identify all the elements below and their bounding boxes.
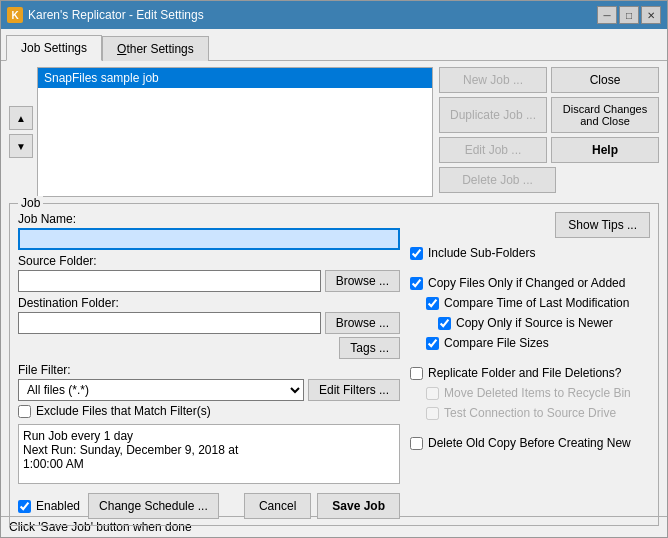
browse-dest-button[interactable]: Browse ...	[325, 312, 400, 334]
tab-other-settings-label: Other Settings	[117, 42, 194, 56]
tab-job-settings[interactable]: Job Settings	[6, 35, 102, 61]
compare-sizes-checkbox[interactable]	[426, 337, 439, 350]
compare-sizes-row: Compare File Sizes	[426, 336, 650, 350]
compare-time-label: Compare Time of Last Modification	[444, 296, 629, 310]
job-fieldset: Job Job Name: Source Folder: Browse ...	[9, 203, 659, 526]
main-window: K Karen's Replicator - Edit Settings ─ □…	[0, 0, 668, 538]
cancel-button[interactable]: Cancel	[244, 493, 311, 519]
maximize-button[interactable]: □	[619, 6, 639, 24]
copy-if-changed-row: Copy Files Only if Changed or Added	[410, 276, 650, 290]
dest-folder-label: Destination Folder:	[18, 296, 400, 310]
show-tips-button[interactable]: Show Tips ...	[555, 212, 650, 238]
title-bar-left: K Karen's Replicator - Edit Settings	[7, 7, 204, 23]
compare-time-row: Compare Time of Last Modification	[426, 296, 650, 310]
copy-if-newer-label: Copy Only if Source is Newer	[456, 316, 613, 330]
move-to-recycle-label: Move Deleted Items to Recycle Bin	[444, 386, 631, 400]
schedule-area: Run Job every 1 dayNext Run: Sunday, Dec…	[18, 424, 400, 484]
copy-if-newer-checkbox[interactable]	[438, 317, 451, 330]
delete-old-copy-row: Delete Old Copy Before Creating New	[410, 436, 650, 450]
copy-if-changed-label: Copy Files Only if Changed or Added	[428, 276, 625, 290]
job-name-label: Job Name:	[18, 212, 400, 226]
replicate-deletions-label: Replicate Folder and File Deletions?	[428, 366, 621, 380]
browse-source-button[interactable]: Browse ...	[325, 270, 400, 292]
tags-button[interactable]: Tags ...	[339, 337, 400, 359]
job-left: Job Name: Source Folder: Browse ... Dest	[18, 212, 400, 519]
enabled-label: Enabled	[36, 499, 80, 513]
delete-job-button[interactable]: Delete Job ...	[439, 167, 556, 193]
top-section: ▲ ▼ SnapFiles sample job New Job ... Clo…	[9, 67, 659, 197]
source-folder-input[interactable]	[18, 270, 321, 292]
tab-job-settings-label: Job Settings	[21, 41, 87, 55]
enabled-checkbox[interactable]	[18, 500, 31, 513]
schedule-text: Run Job every 1 dayNext Run: Sunday, Dec…	[23, 429, 238, 471]
test-connection-label: Test Connection to Source Drive	[444, 406, 616, 420]
source-folder-label: Source Folder:	[18, 254, 400, 268]
copy-if-newer-row: Copy Only if Source is Newer	[438, 316, 650, 330]
include-subfolders-row: Include Sub-Folders	[410, 246, 650, 260]
move-down-button[interactable]: ▼	[9, 134, 33, 158]
title-bar: K Karen's Replicator - Edit Settings ─ □…	[1, 1, 667, 29]
new-job-button[interactable]: New Job ...	[439, 67, 547, 93]
edit-filters-button[interactable]: Edit Filters ...	[308, 379, 400, 401]
exclude-filter-row: Exclude Files that Match Filter(s)	[18, 404, 400, 418]
delete-old-copy-label: Delete Old Copy Before Creating New	[428, 436, 631, 450]
tab-bar: Job Settings Other Settings	[1, 29, 667, 61]
file-filter-select[interactable]: All files (*.*)	[18, 379, 304, 401]
exclude-filter-checkbox[interactable]	[18, 405, 31, 418]
edit-job-button[interactable]: Edit Job ...	[439, 137, 547, 163]
job-right: Show Tips ... Include Sub-Folders Copy F…	[410, 212, 650, 519]
test-connection-row: Test Connection to Source Drive	[426, 406, 650, 420]
copy-if-changed-checkbox[interactable]	[410, 277, 423, 290]
dest-folder-input[interactable]	[18, 312, 321, 334]
close-window-button[interactable]: ✕	[641, 6, 661, 24]
save-job-button[interactable]: Save Job	[317, 493, 400, 519]
bottom-row: Enabled Change Schedule ... Cancel Save …	[18, 493, 400, 519]
help-button[interactable]: Help	[551, 137, 659, 163]
job-list-item[interactable]: SnapFiles sample job	[38, 68, 432, 88]
replicate-deletions-checkbox[interactable]	[410, 367, 423, 380]
move-to-recycle-row: Move Deleted Items to Recycle Bin	[426, 386, 650, 400]
close-button[interactable]: Close	[551, 67, 659, 93]
discard-close-button[interactable]: Discard Changes and Close	[551, 97, 659, 133]
app-icon: K	[7, 7, 23, 23]
duplicate-job-button[interactable]: Duplicate Job ...	[439, 97, 547, 133]
delete-old-copy-checkbox[interactable]	[410, 437, 423, 450]
job-fieldset-label: Job	[18, 196, 43, 210]
move-up-button[interactable]: ▲	[9, 106, 33, 130]
exclude-filter-label: Exclude Files that Match Filter(s)	[36, 404, 211, 418]
main-content: ▲ ▼ SnapFiles sample job New Job ... Clo…	[1, 61, 667, 516]
move-to-recycle-checkbox[interactable]	[426, 387, 439, 400]
include-subfolders-label: Include Sub-Folders	[428, 246, 535, 260]
replicate-deletions-row: Replicate Folder and File Deletions?	[410, 366, 650, 380]
include-subfolders-checkbox[interactable]	[410, 247, 423, 260]
enabled-row: Enabled	[18, 499, 80, 513]
title-controls: ─ □ ✕	[597, 6, 661, 24]
change-schedule-button[interactable]: Change Schedule ...	[88, 493, 219, 519]
minimize-button[interactable]: ─	[597, 6, 617, 24]
job-name-input[interactable]	[18, 228, 400, 250]
file-filter-label: File Filter:	[18, 363, 400, 377]
compare-sizes-label: Compare File Sizes	[444, 336, 549, 350]
window-title: Karen's Replicator - Edit Settings	[28, 8, 204, 22]
job-options: Job Name: Source Folder: Browse ... Dest	[18, 212, 650, 519]
job-list: SnapFiles sample job	[37, 67, 433, 197]
bottom-buttons: Cancel Save Job	[244, 493, 400, 519]
tab-other-settings[interactable]: Other Settings	[102, 36, 209, 61]
test-connection-checkbox[interactable]	[426, 407, 439, 420]
compare-time-checkbox[interactable]	[426, 297, 439, 310]
